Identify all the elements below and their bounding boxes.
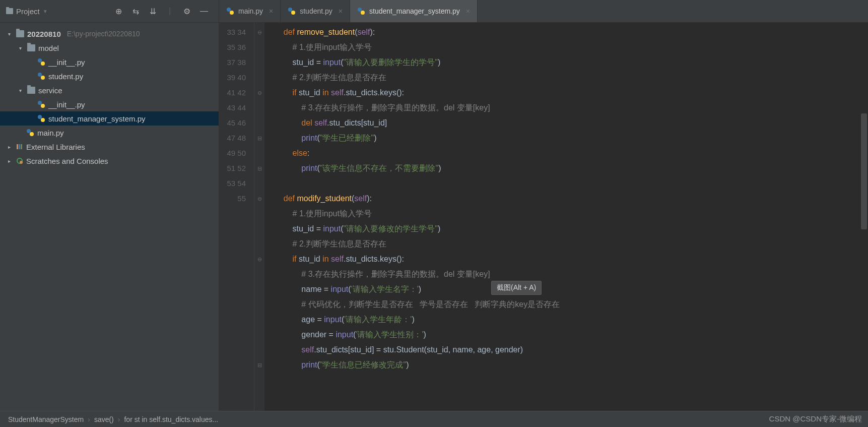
svg-point-15 [30,132,34,136]
tree-file-service-init[interactable]: __init__.py [0,97,219,111]
svg-point-6 [38,58,42,63]
chevron-down-icon[interactable] [8,31,13,37]
svg-rect-18 [21,144,22,149]
project-label: Project [16,7,40,16]
tree-file-model-init[interactable]: __init__.py [0,55,219,69]
fold-gutter[interactable]: ⊖⊖⊟⊟⊖⊖⊟ [254,23,264,411]
code-editor[interactable]: 33 34 35 36 37 38 39 40 41 42 43 44 45 4… [219,23,868,411]
tree-file-service-sms[interactable]: student_manager_system.py [0,111,219,126]
chevron-down-icon: ▼ [43,9,48,14]
tree-file-model-student[interactable]: student.py [0,69,219,83]
svg-point-7 [41,62,45,66]
svg-point-11 [41,104,45,108]
svg-point-9 [41,76,45,80]
tab-student-manager-system-py[interactable]: student_manager_system.py × [350,0,478,22]
project-dropdown[interactable]: Project ▼ [6,7,48,16]
folder-icon [16,30,24,37]
python-file-icon [226,7,234,15]
tab-main-py[interactable]: main.py × [219,0,281,22]
breadcrumb-method[interactable]: save() [94,415,114,423]
python-file-icon [37,58,45,66]
collapse-icon[interactable]: ⇊ [147,6,158,17]
folder-icon [27,87,35,94]
svg-point-12 [38,115,42,119]
svg-point-13 [41,118,45,122]
tree-label: student_manager_system.py [48,114,146,123]
library-icon [16,143,23,150]
watermark: CSDN @CSDN专家-微编程 [769,414,862,424]
chevron-down-icon[interactable] [19,88,24,93]
expand-icon[interactable]: ⇆ [130,6,141,17]
locate-icon[interactable]: ⊕ [113,6,124,17]
svg-point-14 [27,129,31,133]
top-toolbar: Project ▼ ⊕ ⇆ ⇊ | ⚙ — main.py × student.… [0,0,868,23]
python-file-icon [37,100,45,108]
tree-label: student.py [48,72,83,81]
close-icon[interactable]: × [339,7,343,15]
chevron-right-icon: › [118,415,120,423]
main-area: 20220810 E:\py-project\20220810 model __… [0,23,868,411]
breadcrumb-class[interactable]: StudentManagerSystem [8,415,84,423]
close-icon[interactable]: × [269,7,273,15]
breadcrumb-bar: StudentManagerSystem › save() › for st i… [0,411,868,427]
python-file-icon [37,72,45,80]
chevron-right-icon[interactable] [8,144,13,150]
tree-root[interactable]: 20220810 E:\py-project\20220810 [0,27,219,41]
tree-label: External Libraries [26,143,85,151]
tree-label: __init__.py [48,100,85,109]
tree-label: 20220810 [27,30,61,38]
svg-point-8 [38,73,42,77]
svg-point-4 [358,8,362,12]
tab-label: student.py [300,7,332,15]
tree-external-libraries[interactable]: External Libraries [0,140,219,154]
tree-hint: E:\py-project\20220810 [67,30,140,38]
tab-label: student_manager_system.py [369,7,460,15]
tree-label: __init__.py [48,58,85,67]
python-file-icon [288,7,296,15]
breadcrumb-stmt[interactable]: for st in self.stu_dicts.values... [124,415,218,423]
tree-label: main.py [37,129,64,137]
folder-icon [27,44,35,51]
project-tool-header: Project ▼ ⊕ ⇆ ⇊ | ⚙ — [0,0,219,22]
tree-file-main[interactable]: main.py [0,126,219,140]
divider: | [164,6,175,17]
svg-point-20 [20,161,23,164]
gear-icon[interactable]: ⚙ [181,6,192,17]
svg-rect-17 [19,144,20,149]
project-tree[interactable]: 20220810 E:\py-project\20220810 model __… [0,23,219,411]
tree-dir-model[interactable]: model [0,41,219,55]
vertical-scrollbar[interactable] [860,23,867,411]
close-icon[interactable]: × [466,7,470,15]
scratch-icon [16,157,23,164]
svg-point-5 [361,11,365,15]
tree-label: model [38,44,59,52]
tree-dir-service[interactable]: service [0,83,219,97]
svg-point-10 [38,101,42,105]
chevron-right-icon: › [88,415,90,423]
svg-point-0 [227,8,231,12]
python-file-icon [26,129,34,137]
minimize-icon[interactable]: — [198,6,210,17]
svg-rect-16 [17,144,18,149]
svg-point-1 [230,11,234,15]
svg-point-3 [291,11,295,15]
python-file-icon [357,7,365,15]
line-number-gutter: 33 34 35 36 37 38 39 40 41 42 43 44 45 4… [219,23,254,411]
chevron-down-icon[interactable] [19,45,24,51]
tree-label: service [38,86,62,95]
tree-label: Scratches and Consoles [26,157,108,165]
folder-icon [6,8,13,14]
python-file-icon [37,114,45,123]
tooltip-text: 截图(Alt + A) [497,283,536,291]
code-area[interactable]: def remove_student(self): # 1.使用input输入学… [264,23,868,411]
editor-tabs: main.py × student.py × student_manager_s… [219,0,478,22]
tab-label: main.py [238,7,263,15]
tree-scratches[interactable]: Scratches and Consoles [0,154,219,168]
chevron-right-icon[interactable] [8,158,13,164]
svg-point-2 [288,8,292,12]
scrollbar-thumb[interactable] [861,113,867,229]
tooltip: 截图(Alt + A) [491,281,542,295]
tab-student-py[interactable]: student.py × [281,0,350,22]
